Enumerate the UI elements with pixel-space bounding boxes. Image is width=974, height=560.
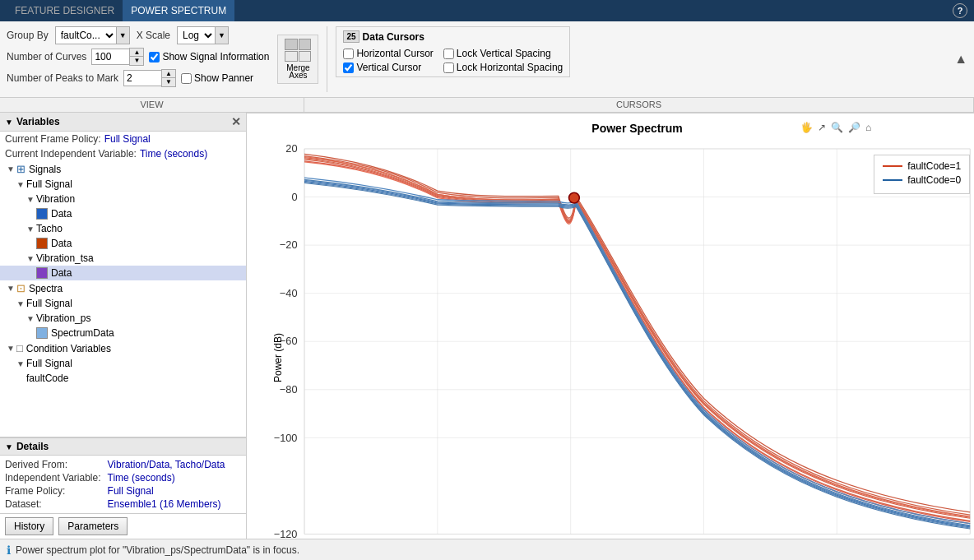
signals-arrow[interactable]: ▼ (7, 164, 15, 174)
details-header: ▼ Details (0, 438, 246, 456)
vibration-ps-arrow[interactable]: ▼ (26, 314, 35, 323)
horizontal-cursor-checkbox[interactable]: Horizontal Cursor (343, 48, 433, 59)
legend-label-fault0: faultCode=0 (907, 174, 961, 186)
show-signal-info-checkbox[interactable]: Show Signal Information (149, 51, 269, 62)
vibration-ps-label: Vibration_ps (36, 312, 91, 324)
vibration-data-label: Data (51, 208, 72, 220)
vertical-cursor-check[interactable] (343, 62, 354, 73)
variables-tree[interactable]: ▼ ⊞ Signals ▼ Full Signal ▼ Vibration (0, 161, 246, 437)
num-curves-input[interactable]: 100 (91, 49, 129, 65)
lock-horizontal-check[interactable] (443, 62, 454, 73)
show-panner-checkbox[interactable]: Show Panner (181, 72, 253, 84)
full-signal-2-label: Full Signal (26, 298, 72, 309)
full-signal-1-arrow[interactable]: ▼ (16, 180, 25, 189)
spectra-arrow[interactable]: ▼ (7, 284, 15, 293)
x-scale-select[interactable]: Log ▼ (177, 26, 229, 44)
num-peaks-input[interactable]: 2 (123, 70, 161, 86)
group-by-select[interactable]: faultCo... ▼ (55, 26, 130, 44)
svg-text:−100: −100 (274, 432, 298, 444)
group-by-dropdown[interactable]: faultCo... (56, 27, 116, 44)
vibration-arrow[interactable]: ▼ (26, 195, 35, 204)
vibration-tsa-data-label: Data (51, 267, 72, 279)
full-signal-2-arrow[interactable]: ▼ (16, 299, 25, 308)
indep-var-label: Current Independent Variable: (5, 148, 137, 160)
frame-policy-label: Current Frame Policy: (5, 133, 101, 145)
details-grid: Derived From: Vibration/Data, Tacho/Data… (0, 456, 246, 513)
tree-signals[interactable]: ▼ ⊞ Signals (0, 161, 246, 177)
zoom-out-tool[interactable]: 🔎 (848, 122, 860, 133)
tree-vibration-tsa-data[interactable]: Data (0, 266, 246, 280)
svg-text:0: 0 (291, 191, 297, 203)
arrow-tool[interactable]: ↗ (818, 122, 826, 133)
status-bar: ℹ Power spectrum plot for "Vibration_ps/… (0, 539, 974, 560)
lock-vertical-checkbox[interactable]: Lock Vertical Spacing (443, 48, 563, 59)
num-curves-label: Number of Curves (7, 51, 86, 62)
condition-vars-label: Condition Variables (26, 343, 111, 354)
group-by-arrow[interactable]: ▼ (116, 27, 129, 44)
frame-policy-row: Current Frame Policy: Full Signal (0, 132, 246, 146)
tree-full-signal-1[interactable]: ▼ Full Signal (0, 177, 246, 192)
spectrum-data-label: SpectrumData (51, 327, 114, 339)
help-button[interactable]: ? (953, 3, 967, 18)
legend-item-fault0: faultCode=0 (883, 174, 961, 186)
legend-line-fault0 (883, 179, 902, 181)
derived-from-val: Vibration/Data, Tacho/Data (108, 459, 241, 470)
spectra-icon: ⊡ (16, 282, 26, 294)
svg-text:−80: −80 (280, 383, 298, 396)
tree-full-signal-2[interactable]: ▼ Full Signal (0, 296, 246, 311)
tree-spectra[interactable]: ▼ ⊡ Spectra (0, 280, 246, 296)
x-scale-arrow[interactable]: ▼ (215, 27, 228, 44)
parameters-button[interactable]: Parameters (58, 517, 128, 535)
history-button[interactable]: History (5, 517, 53, 535)
frame-policy-value: Full Signal (104, 133, 151, 145)
svg-text:20: 20 (285, 142, 297, 155)
tab-feature-designer[interactable]: FEATURE DESIGNER (7, 0, 123, 21)
details-collapse[interactable]: ▼ (5, 442, 13, 451)
top-bar: FEATURE DESIGNER POWER SPECTRUM ? (0, 0, 974, 21)
vibration-tsa-arrow[interactable]: ▼ (26, 254, 35, 263)
toolbar-sections: VIEW CURSORS (0, 97, 974, 112)
chart-area: Power Spectrum 🖐 ↗ 🔍 🔎 ⌂ faultCode=1 (247, 113, 974, 539)
lock-vertical-check[interactable] (443, 49, 454, 59)
show-panner-check[interactable] (181, 73, 192, 84)
details-section: ▼ Details Derived From: Vibration/Data, … (0, 437, 246, 513)
right-panel: ◀ e: Vibration/Data ✕ Signal Trace: Vibr… (247, 113, 974, 539)
condition-vars-arrow[interactable]: ▼ (7, 344, 15, 353)
variables-close[interactable]: ✕ (231, 115, 241, 128)
tree-tacho[interactable]: ▼ Tacho (0, 221, 246, 236)
lock-horizontal-checkbox[interactable]: Lock Horizontal Spacing (443, 62, 563, 73)
tree-full-signal-3[interactable]: ▼ Full Signal (0, 356, 246, 371)
variables-header: ▼ Variables ✕ (0, 113, 246, 132)
resonance-peak (569, 192, 580, 203)
legend-item-fault1: faultCode=1 (883, 160, 961, 172)
num-peaks-down[interactable]: ▼ (162, 78, 175, 86)
num-peaks-up[interactable]: ▲ (162, 70, 175, 78)
hand-tool[interactable]: 🖐 (800, 122, 813, 133)
tree-vibration-tsa[interactable]: ▼ Vibration_tsa (0, 251, 246, 266)
num-curves-up[interactable]: ▲ (130, 49, 143, 57)
home-tool[interactable]: ⌂ (865, 122, 871, 133)
vertical-cursor-checkbox[interactable]: Vertical Cursor (343, 62, 433, 73)
tacho-data-swatch (36, 238, 48, 249)
tree-vibration[interactable]: ▼ Vibration (0, 192, 246, 206)
num-peaks-input-wrap: 2 ▲ ▼ (123, 69, 176, 87)
toolbar: Group By faultCo... ▼ X Scale Log ▼ (0, 21, 974, 113)
tree-condition-vars[interactable]: ▼ □ Condition Variables (0, 340, 246, 356)
show-signal-info-check[interactable] (149, 52, 160, 62)
variables-collapse[interactable]: ▼ (5, 118, 13, 127)
cursors-section-label: CURSORS (304, 98, 974, 112)
tab-power-spectrum[interactable]: POWER SPECTRUM (123, 0, 234, 21)
tree-vibration-data[interactable]: Data (0, 206, 246, 221)
tree-tacho-data[interactable]: Data (0, 236, 246, 251)
tree-vibration-ps[interactable]: ▼ Vibration_ps (0, 311, 246, 326)
horizontal-cursor-check[interactable] (343, 49, 354, 59)
tacho-arrow[interactable]: ▼ (26, 224, 35, 234)
merge-axes-button[interactable]: Merge Axes (277, 35, 318, 84)
tree-spectrum-data[interactable]: SpectrumData (0, 326, 246, 340)
num-curves-down[interactable]: ▼ (130, 57, 143, 65)
tree-fault-code[interactable]: faultCode (0, 371, 246, 386)
zoom-in-tool[interactable]: 🔍 (831, 122, 843, 133)
x-scale-dropdown[interactable]: Log (178, 27, 215, 44)
view-section-label: VIEW (0, 98, 304, 112)
full-signal-3-arrow[interactable]: ▼ (16, 359, 25, 368)
